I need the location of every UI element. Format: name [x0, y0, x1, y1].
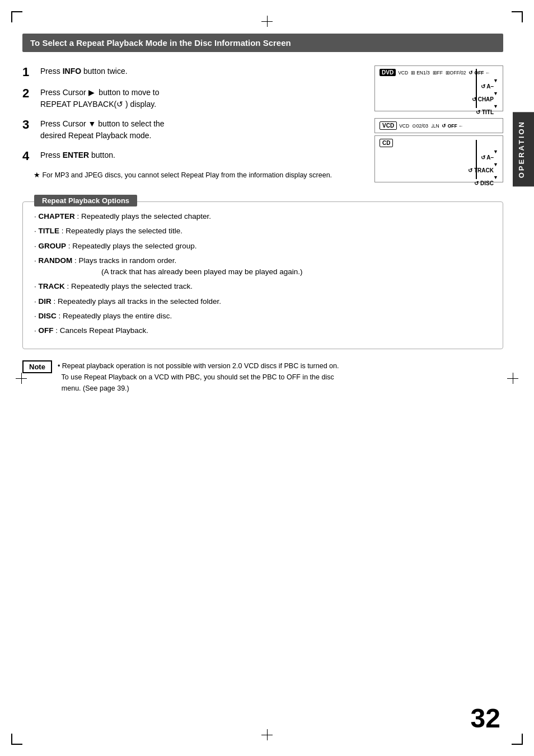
step-3-num: 3 — [22, 118, 36, 132]
note-box: Note • Repeat playback operation is not … — [22, 360, 503, 394]
option-group: · GROUP : Repeatedly plays the selected … — [34, 241, 491, 252]
step-2: 2 Press Cursor ▶ button to move toREPEAT… — [22, 87, 363, 110]
corner-mark-br — [512, 734, 523, 745]
steps-left: 1 Press INFO button twice. 2 Press Curso… — [22, 65, 363, 185]
note-text: • Repeat playback operation is not possi… — [58, 360, 339, 394]
options-box: Repeat Playback Options · CHAPTER : Repe… — [22, 201, 503, 349]
section-header: To Select a Repeat Playback Mode in the … — [22, 34, 503, 52]
steps-area: 1 Press INFO button twice. 2 Press Curso… — [22, 65, 503, 185]
cd-disc-label: CD — [380, 139, 393, 147]
dvd-panel: DVD VCD ⊞ EN1/3 ⊞FF ⊞OFF/02 ↺ OFF ← ▼ ↺ … — [374, 65, 503, 111]
note-label: Note — [22, 360, 52, 373]
step-4-text: Press ENTER button. — [40, 149, 115, 161]
vcd-panel-row: VCD VCD ⊙02/03 ♩LN ↺ OFF ← — [380, 121, 498, 130]
operation-sidebar: OPERATION — [513, 112, 534, 186]
option-chapter: · CHAPTER : Repeatedly plays the selecte… — [34, 211, 491, 222]
step-note-text: ★ For MP3 and JPEG discs, you cannot sel… — [34, 171, 332, 179]
display-panel: DVD VCD ⊞ EN1/3 ⊞FF ⊞OFF/02 ↺ OFF ← ▼ ↺ … — [374, 65, 503, 185]
crosshair-top — [261, 16, 273, 27]
options-box-title: Repeat Playback Options — [34, 195, 137, 206]
step-1: 1 Press INFO button twice. — [22, 65, 363, 79]
step-note: ★ For MP3 and JPEG discs, you cannot sel… — [34, 171, 363, 179]
option-off: · OFF : Cancels Repeat Playback. — [34, 325, 491, 336]
step-3: 3 Press Cursor ▼ button to select thedes… — [22, 118, 363, 142]
option-track: · TRACK : Repeatedly plays the selected … — [34, 281, 491, 292]
operation-label: OPERATION — [517, 120, 526, 178]
corner-mark-bl — [11, 734, 22, 745]
vcd-disc-label: VCD — [380, 121, 397, 130]
crosshair-right — [507, 373, 518, 384]
vcd-panel: VCD VCD ⊙02/03 ♩LN ↺ OFF ← — [374, 118, 503, 133]
cd-option-disc: ↺ DISC — [474, 180, 494, 186]
section-title: To Select a Repeat Playback Mode in the … — [30, 38, 291, 48]
corner-mark-tl — [11, 11, 22, 22]
step-4-num: 4 — [22, 149, 36, 163]
main-content: To Select a Repeat Playback Mode in the … — [22, 34, 503, 734]
step-2-num: 2 — [22, 87, 36, 100]
option-dir: · DIR : Repeatedly plays all tracks in t… — [34, 296, 491, 307]
option-disc: · DISC : Repeatedly plays the entire dis… — [34, 311, 491, 322]
dvd-option-titl: ↺ TITL — [476, 109, 494, 115]
option-random-sub: (A track that has already been played ma… — [101, 267, 302, 276]
vcd-info: VCD ⊙02/03 ♩LN ↺ OFF ← — [399, 123, 498, 129]
step-2-text: Press Cursor ▶ button to move toREPEAT P… — [40, 87, 160, 110]
corner-mark-tr — [512, 11, 523, 22]
option-random: · RANDOM : Plays tracks in random order.… — [34, 255, 491, 278]
step-1-text: Press INFO button twice. — [40, 65, 128, 77]
cd-panel: CD ▼ ↺ A– ▼ ↺ TRACK ▼ ↺ DISC — [374, 135, 503, 182]
option-title: · TITLE : Repeatedly plays the selected … — [34, 226, 491, 237]
step-4: 4 Press ENTER button. — [22, 149, 363, 163]
dvd-disc-label: DVD — [380, 69, 396, 76]
step-3-text: Press Cursor ▼ button to select thedesir… — [40, 118, 165, 142]
step-1-num: 1 — [22, 65, 36, 79]
